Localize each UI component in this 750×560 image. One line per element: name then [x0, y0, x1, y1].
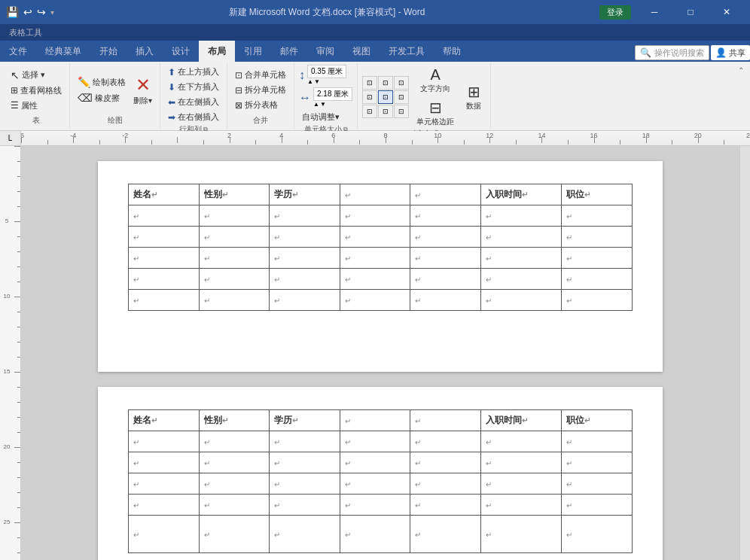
data-cell[interactable]: ↵: [129, 290, 200, 311]
redo-icon[interactable]: ↪: [37, 6, 46, 18]
data-cell[interactable]: ↵: [480, 227, 562, 248]
data-cell[interactable]: ↵: [270, 205, 340, 227]
data-cell[interactable]: ↵: [480, 269, 562, 290]
view-gridlines-button[interactable]: ⊞ 查看网格线: [8, 84, 65, 98]
header-cell-name[interactable]: 姓名↵: [129, 184, 200, 205]
properties-button[interactable]: ☰ 属性: [8, 99, 65, 113]
data-cell[interactable]: ↵: [199, 452, 270, 473]
header-cell-4[interactable]: ↵: [340, 184, 410, 205]
row-height-up[interactable]: ▲: [307, 78, 313, 85]
data-cell[interactable]: ↵: [340, 473, 410, 495]
data-cell[interactable]: ↵: [199, 290, 270, 311]
data-cell[interactable]: ↵: [410, 290, 481, 311]
data-cell[interactable]: ↵: [562, 290, 633, 311]
header-cell-joindate[interactable]: 入职时间↵: [480, 184, 562, 205]
data-cell[interactable]: ↵: [129, 495, 200, 516]
split-cells-button[interactable]: ⊟ 拆分单元格: [232, 83, 289, 97]
data-cell[interactable]: ↵: [270, 473, 340, 495]
data-cell[interactable]: ↵: [562, 495, 633, 516]
data-cell[interactable]: ↵: [340, 227, 410, 248]
data-cell[interactable]: ↵: [340, 248, 410, 269]
align-ml[interactable]: ⊡: [362, 90, 377, 104]
align-mc[interactable]: ⊡: [378, 90, 393, 104]
tab-view[interactable]: 视图: [343, 41, 380, 62]
data-cell[interactable]: ↵: [340, 290, 410, 311]
data-cell[interactable]: ↵: [270, 516, 340, 553]
header-cell-edu[interactable]: 学历↵: [270, 184, 340, 205]
data-cell[interactable]: ↵: [340, 495, 410, 516]
header-cell-52[interactable]: ↵: [410, 410, 481, 431]
share-button[interactable]: 👤 共享: [711, 45, 750, 60]
data-cell[interactable]: ↵: [340, 431, 410, 452]
data-cell[interactable]: ↵: [562, 269, 633, 290]
data-cell[interactable]: ↵: [199, 431, 270, 452]
data-cell[interactable]: ↵: [480, 516, 562, 553]
collapse-ribbon[interactable]: ⌃: [735, 63, 747, 129]
data-cell[interactable]: ↵: [199, 516, 270, 553]
data-cell[interactable]: ↵: [562, 473, 633, 495]
data-cell[interactable]: ↵: [562, 248, 633, 269]
tab-help[interactable]: 帮助: [434, 41, 470, 62]
login-button[interactable]: 登录: [599, 5, 631, 20]
data-cell[interactable]: ↵: [410, 473, 481, 495]
data-cell[interactable]: ↵: [410, 205, 481, 227]
data-cell[interactable]: ↵: [410, 248, 481, 269]
draw-table-button[interactable]: ✏️ 绘制表格: [75, 75, 129, 90]
data-button[interactable]: ⊞ 数据: [462, 81, 486, 113]
data-cell[interactable]: ↵: [480, 473, 562, 495]
data-cell[interactable]: ↵: [562, 227, 633, 248]
data-cell[interactable]: ↵: [562, 205, 633, 227]
tab-insert[interactable]: 插入: [127, 41, 163, 62]
col-width-down[interactable]: ▼: [320, 101, 326, 108]
data-cell[interactable]: ↵: [199, 227, 270, 248]
header-cell-5[interactable]: ↵: [410, 184, 481, 205]
header-cell-position[interactable]: 职位↵: [562, 184, 633, 205]
data-cell[interactable]: ↵: [129, 269, 200, 290]
data-cell[interactable]: ↵: [270, 269, 340, 290]
tab-mailings[interactable]: 邮件: [271, 41, 307, 62]
insert-left-button[interactable]: ⬅ 在左侧插入: [165, 95, 222, 109]
header-cell-edu2[interactable]: 学历↵: [270, 410, 340, 431]
data-cell[interactable]: ↵: [480, 290, 562, 311]
tab-review[interactable]: 审阅: [307, 41, 343, 62]
data-cell[interactable]: ↵: [129, 205, 200, 227]
data-cell[interactable]: ↵: [410, 227, 481, 248]
col-width-value[interactable]: 2.18 厘米: [313, 87, 352, 101]
undo-icon[interactable]: ↩: [23, 6, 32, 18]
data-cell[interactable]: ↵: [270, 495, 340, 516]
minimize-button[interactable]: ─: [637, 0, 672, 24]
delete-button[interactable]: ✕ 删除▾: [130, 73, 155, 108]
data-cell[interactable]: ↵: [129, 516, 200, 553]
cell-margin-button[interactable]: ⊟ 单元格边距: [413, 97, 457, 129]
data-cell[interactable]: ↵: [480, 205, 562, 227]
data-cell[interactable]: ↵: [410, 269, 481, 290]
tab-design-doc[interactable]: 设计: [163, 41, 199, 62]
document-area[interactable]: 姓名↵ 性别↵ 学历↵ ↵ ↵ 入职时间↵ 职位↵ ↵ ↵ ↵ ↵ ↵: [21, 146, 739, 560]
align-bc[interactable]: ⊡: [378, 105, 393, 118]
data-cell[interactable]: ↵: [270, 227, 340, 248]
data-cell[interactable]: ↵: [270, 290, 340, 311]
maximize-button[interactable]: □: [673, 0, 708, 24]
header-cell-gender[interactable]: 性别↵: [199, 184, 270, 205]
data-cell[interactable]: ↵: [129, 473, 200, 495]
data-cell[interactable]: ↵: [480, 495, 562, 516]
data-cell[interactable]: ↵: [410, 452, 481, 473]
data-cell[interactable]: ↵: [410, 431, 481, 452]
data-cell[interactable]: ↵: [129, 452, 200, 473]
header-cell-name2[interactable]: 姓名↵: [129, 410, 200, 431]
data-cell[interactable]: ↵: [340, 205, 410, 227]
save-icon[interactable]: 💾: [6, 6, 19, 18]
data-cell[interactable]: ↵: [410, 516, 481, 553]
data-cell[interactable]: ↵: [480, 248, 562, 269]
data-cell[interactable]: ↵: [199, 269, 270, 290]
ruler-corner[interactable]: L: [0, 131, 21, 146]
col-width-up[interactable]: ▲: [313, 101, 319, 108]
align-mr[interactable]: ⊡: [394, 90, 409, 104]
data-cell[interactable]: ↵: [562, 431, 633, 452]
data-cell[interactable]: ↵: [340, 452, 410, 473]
data-cell[interactable]: ↵: [410, 495, 481, 516]
data-cell[interactable]: ↵: [129, 248, 200, 269]
close-button[interactable]: ✕: [709, 0, 744, 24]
data-cell[interactable]: ↵: [340, 269, 410, 290]
auto-fit-button[interactable]: 自动调整▾: [299, 110, 343, 124]
